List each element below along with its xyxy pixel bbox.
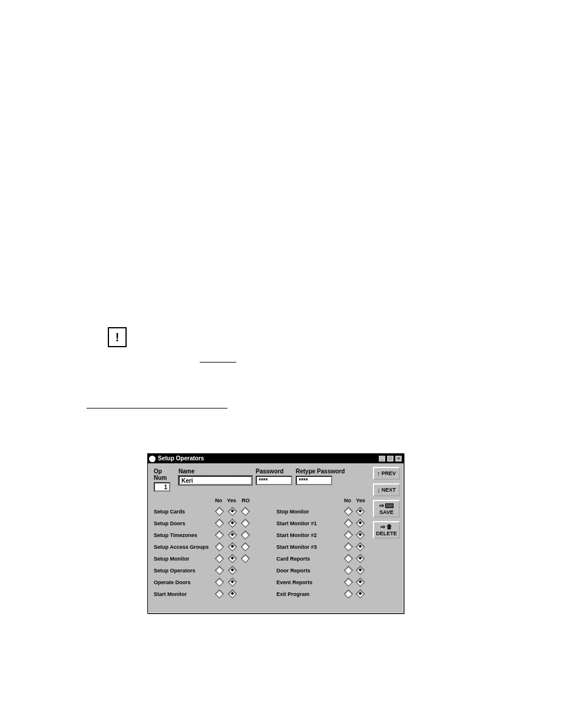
radio-unselected-icon [240,506,250,516]
radio-unselected-icon [240,530,250,539]
prev-button[interactable]: ↑ PREV [373,467,400,480]
radio-yes[interactable] [354,591,366,598]
radio-ro[interactable] [239,555,252,563]
radio-ro[interactable] [239,532,252,539]
permission-row: Card Reports [270,553,367,565]
radio-no[interactable] [213,532,226,539]
radio-selected-icon [356,589,365,598]
radio-selected-icon [227,542,237,551]
delete-button[interactable]: ⇨🗑 DELETE [373,521,400,539]
radio-selected-icon [356,506,365,516]
radio-no[interactable] [342,543,354,551]
radio-yes[interactable] [226,520,239,528]
permission-row: Setup Cards [154,506,270,518]
radio-no[interactable] [342,591,354,598]
radio-unselected-icon [214,589,224,598]
radio-yes[interactable] [226,579,239,587]
opnum-input[interactable]: 1 [154,482,170,492]
radio-no[interactable] [213,555,226,563]
radio-yes[interactable] [354,555,366,563]
radio-no[interactable] [213,543,226,551]
radio-no[interactable] [342,532,354,539]
setup-operators-window: Setup Operators _ □ × Op Num 1 Name Keri… [147,453,404,614]
radio-yes[interactable] [226,543,239,551]
radio-no[interactable] [213,591,226,598]
permission-label: Stop Monitor [270,509,342,515]
underline-long [87,408,227,409]
radio-yes[interactable] [226,567,239,575]
radio-unselected-icon [214,577,224,587]
radio-no[interactable] [213,579,226,587]
radio-no[interactable] [213,567,226,575]
app-icon [149,456,156,462]
radio-unselected-icon [344,565,353,575]
radio-selected-icon [227,518,237,528]
permission-label: Start Monitor #2 [270,532,342,538]
maximize-button[interactable]: □ [386,455,394,462]
permission-row: Start Monitor #1 [270,518,367,529]
permission-label: Exit Program [270,591,342,597]
radio-selected-icon [227,565,237,575]
radio-no[interactable] [342,579,354,587]
permission-row: Start Monitor #2 [270,529,367,541]
close-button[interactable]: × [395,455,402,462]
next-button[interactable]: ↓ NEXT [373,483,400,496]
window-title: Setup Operators [158,454,204,463]
radio-yes[interactable] [354,579,366,587]
name-input[interactable]: Keri [178,476,252,485]
titlebar: Setup Operators _ □ × [148,454,404,463]
permission-row: Stop Monitor [270,506,367,518]
radio-yes[interactable] [354,520,366,528]
radio-ro[interactable] [239,520,252,528]
radio-yes[interactable] [226,591,239,598]
radio-yes[interactable] [354,508,366,516]
opnum-label: Op Num [154,468,175,481]
permission-label: Start Monitor #1 [270,521,342,526]
save-icon: ⇨ [379,502,394,509]
retype-password-input[interactable]: **** [296,476,332,485]
permission-row: Setup Timezones [154,529,270,541]
radio-yes[interactable] [226,508,239,516]
radio-no[interactable] [213,520,226,528]
header-no-right: No [341,498,354,503]
radio-unselected-icon [240,542,250,551]
radio-yes[interactable] [354,543,366,551]
up-arrow-icon: ↑ [377,470,381,477]
radio-selected-icon [356,542,365,551]
radio-yes[interactable] [354,532,366,539]
permission-label: Setup Doors [154,521,213,526]
password-input[interactable]: **** [256,476,292,485]
radio-yes[interactable] [354,567,366,575]
radio-selected-icon [227,506,237,516]
radio-ro[interactable] [239,543,252,551]
radio-unselected-icon [214,506,224,516]
delete-icon: ⇨🗑 [381,523,392,530]
retype-password-label: Retype Password [296,468,345,475]
radio-unselected-icon [344,542,353,551]
radio-unselected-icon [344,530,353,539]
permission-label: Operate Doors [154,579,213,585]
permission-label: Setup Timezones [154,532,213,538]
radio-yes[interactable] [226,532,239,539]
radio-selected-icon [356,577,365,587]
permission-label: Door Reports [270,568,342,574]
radio-yes[interactable] [226,555,239,563]
radio-unselected-icon [344,554,353,563]
radio-no[interactable] [342,555,354,563]
radio-no[interactable] [342,508,354,516]
important-icon: ! [108,327,127,347]
minimize-button[interactable]: _ [378,455,386,462]
header-no-left: No [213,498,224,503]
radio-no[interactable] [342,567,354,575]
save-button-label: SAVE [379,509,394,515]
radio-unselected-icon [344,589,353,598]
name-label: Name [178,468,252,475]
radio-no[interactable] [342,520,354,528]
underline-short [200,362,236,363]
radio-selected-icon [356,554,365,563]
radio-no[interactable] [213,508,226,516]
radio-ro[interactable] [239,508,252,516]
delete-button-label: DELETE [376,531,397,536]
save-button[interactable]: ⇨ SAVE [373,500,400,518]
radio-selected-icon [227,589,237,598]
